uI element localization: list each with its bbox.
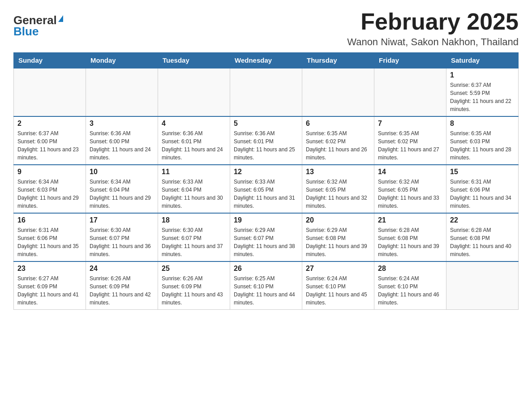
calendar-day-cell: 6Sunrise: 6:35 AMSunset: 6:02 PMDaylight… <box>302 116 374 165</box>
day-info: Sunrise: 6:28 AMSunset: 6:08 PMDaylight:… <box>450 226 515 258</box>
day-info: Sunrise: 6:32 AMSunset: 6:05 PMDaylight:… <box>378 178 442 210</box>
day-info: Sunrise: 6:30 AMSunset: 6:07 PMDaylight:… <box>162 226 226 258</box>
day-number: 22 <box>450 216 515 224</box>
day-info: Sunrise: 6:28 AMSunset: 6:08 PMDaylight:… <box>378 226 442 258</box>
calendar-table: SundayMondayTuesdayWednesdayThursdayFrid… <box>13 52 519 310</box>
day-number: 12 <box>234 168 298 176</box>
day-info: Sunrise: 6:36 AMSunset: 6:01 PMDaylight:… <box>234 129 298 162</box>
calendar-day-cell <box>86 68 158 116</box>
logo-blue-text: Blue <box>13 25 39 39</box>
calendar-day-cell: 28Sunrise: 6:24 AMSunset: 6:10 PMDayligh… <box>374 261 446 310</box>
day-number: 19 <box>234 216 298 224</box>
page-title: February 2025 <box>347 9 519 34</box>
day-of-week-header: Monday <box>86 53 158 68</box>
calendar-day-cell: 10Sunrise: 6:34 AMSunset: 6:04 PMDayligh… <box>86 165 158 213</box>
calendar-day-cell <box>14 68 86 116</box>
calendar-day-cell: 5Sunrise: 6:36 AMSunset: 6:01 PMDaylight… <box>230 116 302 165</box>
day-info: Sunrise: 6:32 AMSunset: 6:05 PMDaylight:… <box>306 178 370 210</box>
calendar-day-cell: 20Sunrise: 6:29 AMSunset: 6:08 PMDayligh… <box>302 213 374 261</box>
day-info: Sunrise: 6:34 AMSunset: 6:03 PMDaylight:… <box>17 178 82 210</box>
day-of-week-header: Saturday <box>446 53 519 68</box>
calendar-day-cell: 12Sunrise: 6:33 AMSunset: 6:05 PMDayligh… <box>230 165 302 213</box>
day-info: Sunrise: 6:34 AMSunset: 6:04 PMDaylight:… <box>90 178 154 210</box>
day-info: Sunrise: 6:35 AMSunset: 6:02 PMDaylight:… <box>378 129 442 162</box>
calendar-day-cell <box>302 68 374 116</box>
day-info: Sunrise: 6:24 AMSunset: 6:10 PMDaylight:… <box>306 274 370 307</box>
day-info: Sunrise: 6:30 AMSunset: 6:07 PMDaylight:… <box>90 226 154 258</box>
day-info: Sunrise: 6:37 AMSunset: 6:00 PMDaylight:… <box>17 129 82 162</box>
day-number: 9 <box>17 168 82 176</box>
logo: General Blue <box>13 13 63 39</box>
calendar-day-cell: 17Sunrise: 6:30 AMSunset: 6:07 PMDayligh… <box>86 213 158 261</box>
day-number: 10 <box>90 168 154 176</box>
day-info: Sunrise: 6:37 AMSunset: 5:59 PMDaylight:… <box>450 81 515 113</box>
day-of-week-header: Wednesday <box>230 53 302 68</box>
day-info: Sunrise: 6:26 AMSunset: 6:09 PMDaylight:… <box>90 274 154 307</box>
day-info: Sunrise: 6:27 AMSunset: 6:09 PMDaylight:… <box>17 274 82 307</box>
calendar-week-row: 23Sunrise: 6:27 AMSunset: 6:09 PMDayligh… <box>14 261 519 310</box>
day-number: 15 <box>450 168 515 176</box>
calendar-day-cell: 23Sunrise: 6:27 AMSunset: 6:09 PMDayligh… <box>14 261 86 310</box>
calendar-day-cell: 14Sunrise: 6:32 AMSunset: 6:05 PMDayligh… <box>374 165 446 213</box>
title-block: February 2025 Wanon Niwat, Sakon Nakhon,… <box>347 9 519 48</box>
day-number: 17 <box>90 216 154 224</box>
day-of-week-header: Friday <box>374 53 446 68</box>
day-number: 4 <box>162 120 226 128</box>
day-number: 16 <box>17 216 82 224</box>
calendar-day-cell <box>158 68 230 116</box>
day-number: 20 <box>306 216 370 224</box>
calendar-day-cell: 13Sunrise: 6:32 AMSunset: 6:05 PMDayligh… <box>302 165 374 213</box>
calendar-header-row: SundayMondayTuesdayWednesdayThursdayFrid… <box>14 53 519 68</box>
calendar-day-cell: 2Sunrise: 6:37 AMSunset: 6:00 PMDaylight… <box>14 116 86 165</box>
calendar-day-cell: 26Sunrise: 6:25 AMSunset: 6:10 PMDayligh… <box>230 261 302 310</box>
day-number: 11 <box>162 168 226 176</box>
day-info: Sunrise: 6:31 AMSunset: 6:06 PMDaylight:… <box>17 226 82 258</box>
day-info: Sunrise: 6:36 AMSunset: 6:01 PMDaylight:… <box>162 129 226 162</box>
day-number: 21 <box>378 216 442 224</box>
calendar-week-row: 9Sunrise: 6:34 AMSunset: 6:03 PMDaylight… <box>14 165 519 213</box>
calendar-day-cell: 24Sunrise: 6:26 AMSunset: 6:09 PMDayligh… <box>86 261 158 310</box>
day-of-week-header: Tuesday <box>158 53 230 68</box>
calendar-day-cell: 11Sunrise: 6:33 AMSunset: 6:04 PMDayligh… <box>158 165 230 213</box>
day-info: Sunrise: 6:25 AMSunset: 6:10 PMDaylight:… <box>234 274 298 307</box>
calendar-day-cell: 21Sunrise: 6:28 AMSunset: 6:08 PMDayligh… <box>374 213 446 261</box>
calendar-day-cell: 7Sunrise: 6:35 AMSunset: 6:02 PMDaylight… <box>374 116 446 165</box>
day-number: 28 <box>378 265 442 273</box>
day-number: 23 <box>17 265 82 273</box>
day-info: Sunrise: 6:35 AMSunset: 6:03 PMDaylight:… <box>450 129 515 162</box>
day-number: 6 <box>306 120 370 128</box>
day-number: 8 <box>450 120 515 128</box>
calendar-day-cell: 19Sunrise: 6:29 AMSunset: 6:07 PMDayligh… <box>230 213 302 261</box>
day-info: Sunrise: 6:35 AMSunset: 6:02 PMDaylight:… <box>306 129 370 162</box>
day-info: Sunrise: 6:33 AMSunset: 6:05 PMDaylight:… <box>234 178 298 210</box>
day-number: 1 <box>450 71 515 79</box>
day-number: 13 <box>306 168 370 176</box>
day-number: 18 <box>162 216 226 224</box>
calendar-day-cell: 22Sunrise: 6:28 AMSunset: 6:08 PMDayligh… <box>446 213 519 261</box>
calendar-day-cell <box>446 261 519 310</box>
day-number: 3 <box>90 120 154 128</box>
calendar-day-cell <box>374 68 446 116</box>
day-number: 14 <box>378 168 442 176</box>
day-number: 25 <box>162 265 226 273</box>
calendar-day-cell: 16Sunrise: 6:31 AMSunset: 6:06 PMDayligh… <box>14 213 86 261</box>
calendar-week-row: 2Sunrise: 6:37 AMSunset: 6:00 PMDaylight… <box>14 116 519 165</box>
calendar-day-cell: 25Sunrise: 6:26 AMSunset: 6:09 PMDayligh… <box>158 261 230 310</box>
logo-triangle-icon <box>58 15 63 22</box>
day-number: 2 <box>17 120 82 128</box>
page-header: General Blue February 2025 Wanon Niwat, … <box>13 9 519 48</box>
day-info: Sunrise: 6:33 AMSunset: 6:04 PMDaylight:… <box>162 178 226 210</box>
calendar-day-cell: 15Sunrise: 6:31 AMSunset: 6:06 PMDayligh… <box>446 165 519 213</box>
page-subtitle: Wanon Niwat, Sakon Nakhon, Thailand <box>347 36 519 48</box>
calendar-day-cell <box>230 68 302 116</box>
day-info: Sunrise: 6:31 AMSunset: 6:06 PMDaylight:… <box>450 178 515 210</box>
calendar-day-cell: 4Sunrise: 6:36 AMSunset: 6:01 PMDaylight… <box>158 116 230 165</box>
calendar-day-cell: 8Sunrise: 6:35 AMSunset: 6:03 PMDaylight… <box>446 116 519 165</box>
day-of-week-header: Thursday <box>302 53 374 68</box>
day-number: 26 <box>234 265 298 273</box>
day-info: Sunrise: 6:36 AMSunset: 6:00 PMDaylight:… <box>90 129 154 162</box>
calendar-day-cell: 27Sunrise: 6:24 AMSunset: 6:10 PMDayligh… <box>302 261 374 310</box>
day-info: Sunrise: 6:29 AMSunset: 6:08 PMDaylight:… <box>306 226 370 258</box>
calendar-day-cell: 3Sunrise: 6:36 AMSunset: 6:00 PMDaylight… <box>86 116 158 165</box>
day-info: Sunrise: 6:24 AMSunset: 6:10 PMDaylight:… <box>378 274 442 307</box>
